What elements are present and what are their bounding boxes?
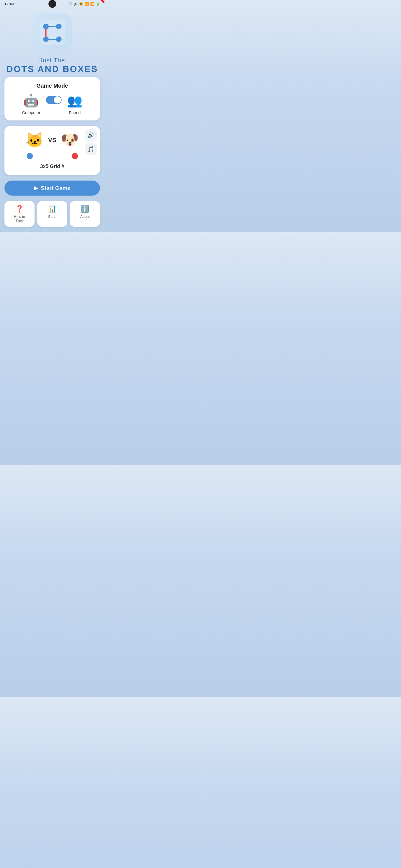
player2-dot	[72, 153, 78, 159]
about-label: About	[80, 215, 90, 219]
status-time: 12:40	[4, 2, 13, 6]
shield-icon: 🛡	[69, 2, 72, 6]
logo-area: Just The DOTS AND BOXES	[0, 13, 105, 74]
mode-toggle[interactable]	[46, 96, 61, 104]
svg-point-2	[56, 24, 61, 29]
app-subtitle: Just The	[39, 57, 65, 64]
signal-icon: 📶	[90, 2, 94, 6]
game-mode-title: Game Mode	[10, 83, 94, 89]
bottom-nav: ❓ How to Play 📊 Stats ℹ️ About	[0, 198, 105, 232]
computer-icon: 🤖	[23, 93, 39, 108]
side-buttons: 🔊 🎵	[85, 129, 97, 155]
status-icons: 🛡 🔉 😊 📶 📶 🔋	[69, 2, 100, 6]
stats-icon: 📊	[48, 205, 57, 213]
stats-button[interactable]: 📊 Stats	[37, 201, 67, 227]
grid-info: 3x5 Grid #	[10, 163, 94, 169]
battery-icon: 🔋	[96, 2, 100, 6]
how-to-play-label: How to Play	[10, 215, 29, 223]
logo-svg	[37, 18, 68, 48]
app-title: DOTS AND BOXES	[6, 64, 98, 74]
svg-rect-0	[40, 20, 65, 45]
logo-image	[33, 13, 72, 52]
music-icon: 🎵	[87, 146, 94, 152]
wifi-icon: 📶	[85, 2, 89, 6]
sound-icon: 🔊	[87, 132, 94, 138]
svg-point-3	[43, 36, 49, 42]
about-button[interactable]: ℹ️ About	[70, 201, 100, 227]
play-icon: ▶	[34, 185, 38, 191]
start-game-label: Start Game	[41, 185, 70, 191]
vs-card: 🔊 🎵 🐱 VS 🐶 3x5 Grid #	[4, 126, 100, 175]
how-to-play-button[interactable]: ❓ How to Play	[4, 201, 34, 227]
game-mode-row: 🤖 Computer 👥 Friend	[10, 93, 94, 115]
player1-emoji: 🐱	[26, 132, 44, 149]
start-game-button[interactable]: ▶ Start Game	[4, 181, 100, 195]
game-mode-card: Game Mode 🤖 Computer 👥 Friend	[4, 77, 100, 121]
svg-point-1	[43, 24, 49, 29]
friend-icon: 👥	[67, 93, 82, 108]
about-icon: ℹ️	[81, 205, 89, 213]
status-bar: 12:40 🛡 🔉 😊 📶 📶 🔋	[0, 0, 105, 8]
player2-emoji: 🐶	[61, 132, 79, 149]
how-to-play-icon: ❓	[15, 205, 24, 213]
player1-dot	[27, 153, 33, 159]
color-dots	[10, 153, 94, 159]
vs-row: 🐱 VS 🐶	[10, 132, 94, 149]
friend-option: 👥 Friend	[67, 93, 82, 115]
svg-point-4	[56, 36, 61, 42]
computer-label: Computer	[22, 110, 40, 115]
toggle-knob	[54, 96, 61, 103]
sound-button[interactable]: 🔊	[85, 129, 97, 141]
stats-label: Stats	[48, 215, 57, 219]
mood-icon: 😊	[79, 2, 83, 6]
music-button[interactable]: 🎵	[85, 143, 97, 155]
computer-option: 🤖 Computer	[22, 93, 40, 115]
camera-cutout	[49, 0, 56, 8]
volume-icon: 🔉	[74, 2, 78, 6]
vs-text: VS	[48, 136, 56, 144]
friend-label: Friend	[69, 110, 81, 115]
